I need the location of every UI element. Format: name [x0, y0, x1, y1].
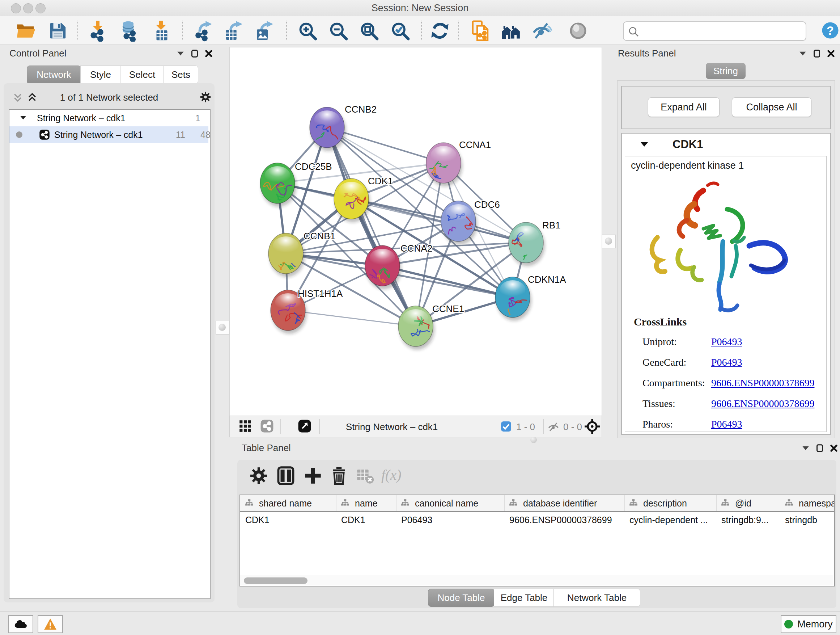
- crosslink-label: GeneCard:: [643, 356, 686, 368]
- zoom-fit-button[interactable]: [358, 20, 380, 42]
- warning-button[interactable]: [38, 615, 63, 633]
- network-node-HIST1H1A[interactable]: HIST1H1A: [271, 288, 343, 334]
- tab-network-table[interactable]: Network Table: [554, 589, 640, 607]
- network-node-CCNB2[interactable]: CCNB2: [306, 104, 377, 151]
- network-node-CCNE1[interactable]: CCNE1: [398, 303, 464, 350]
- network-node-CDKN1A[interactable]: CDKN1A: [495, 274, 566, 327]
- table-settings-button[interactable]: [248, 465, 269, 488]
- show-columns-button[interactable]: [275, 465, 296, 488]
- birdseye-button[interactable]: [567, 20, 589, 42]
- houses-icon: [500, 20, 522, 42]
- table-cell[interactable]: P06493: [396, 512, 504, 528]
- panel-menu-icon[interactable]: [802, 446, 810, 451]
- network-collection-row[interactable]: String Network – cdk1 1: [9, 110, 208, 126]
- help-button[interactable]: ?: [821, 21, 840, 40]
- import-database-button[interactable]: [118, 20, 140, 42]
- refresh-button[interactable]: [429, 20, 451, 42]
- create-column-button[interactable]: [302, 465, 324, 488]
- table-cell[interactable]: cyclin-dependent ...: [624, 512, 716, 528]
- open-folder-icon: [15, 20, 36, 42]
- network-node-CCNA1[interactable]: CCNA1: [426, 139, 491, 187]
- network-canvas[interactable]: CCNB2CCNA1CDC25BCDK1CDC6RB1CCNB1CCNA2CDK…: [229, 47, 602, 416]
- node-label-CDKN1A: CDKN1A: [528, 274, 566, 285]
- entry-collapse-caret-icon[interactable]: [640, 141, 649, 147]
- memory-button[interactable]: Memory: [781, 615, 836, 633]
- table-horizontal-scrollbar[interactable]: [240, 576, 833, 585]
- float-panel-icon[interactable]: [191, 49, 198, 58]
- network-collapse-row: 1 of 1 Network selected: [4, 90, 215, 106]
- expand-all-button[interactable]: Expand All: [648, 97, 720, 117]
- zoom-in-button[interactable]: [297, 20, 318, 42]
- tab-style[interactable]: Style: [80, 65, 121, 84]
- close-panel-icon[interactable]: [830, 444, 838, 452]
- table-cell[interactable]: 9606.ENSP00000378699: [504, 512, 624, 528]
- network-node-CDC25B[interactable]: CDC25B: [260, 161, 332, 207]
- right-divider-handle[interactable]: [602, 234, 616, 249]
- collapse-all-button[interactable]: Collapse All: [732, 97, 812, 117]
- crosslink-link[interactable]: 9606.ENSP00000378699: [711, 377, 814, 389]
- tree-expand-caret-icon[interactable]: [19, 115, 27, 120]
- column-header-database-identifier[interactable]: database identifier: [504, 495, 625, 511]
- external-view-icon[interactable]: [298, 419, 311, 433]
- network-node-CDK1[interactable]: CDK1: [334, 176, 393, 222]
- tab-sets[interactable]: Sets: [164, 65, 198, 84]
- column-header-description[interactable]: description: [624, 495, 717, 511]
- table-cell[interactable]: stringdb: [780, 512, 835, 528]
- toolbar-search: [623, 21, 806, 41]
- import-network-button[interactable]: [87, 20, 109, 42]
- string-import-button[interactable]: [470, 20, 491, 42]
- column-header-namespace[interactable]: namespace: [780, 495, 835, 511]
- selected-checkbox-icon[interactable]: [500, 421, 512, 432]
- window-title: Session: New Session: [0, 3, 840, 14]
- network-row-selected[interactable]: String Network – cdk1 11 48: [9, 126, 208, 143]
- tab-select[interactable]: Select: [120, 65, 164, 84]
- show-hide-style-button[interactable]: [531, 20, 553, 42]
- search-input[interactable]: [644, 24, 801, 38]
- export-network-button[interactable]: [193, 20, 214, 42]
- export-image-button[interactable]: [253, 20, 275, 42]
- crosslink-link[interactable]: P06493: [711, 356, 742, 368]
- cloud-icon: [13, 619, 28, 630]
- table-cell[interactable]: stringdb:9...: [716, 512, 780, 528]
- close-panel-icon[interactable]: [205, 50, 213, 57]
- import-table-button[interactable]: [150, 20, 172, 42]
- save-session-button[interactable]: [47, 20, 69, 42]
- houses-button[interactable]: [500, 20, 522, 42]
- node-label-CCNB1: CCNB1: [303, 231, 335, 241]
- close-panel-icon[interactable]: [827, 50, 835, 57]
- grid-view-icon[interactable]: [238, 419, 252, 433]
- table-cell[interactable]: CDK1: [240, 512, 336, 528]
- column-header-canonical-name[interactable]: canonical name: [396, 495, 505, 511]
- export-table-button[interactable]: [223, 20, 244, 42]
- crosslink-link[interactable]: P06493: [711, 336, 742, 348]
- crosslink-link[interactable]: P06493: [711, 418, 742, 430]
- panel-menu-icon[interactable]: [799, 51, 807, 56]
- fit-target-icon[interactable]: [584, 418, 601, 435]
- protein-structure-image: [639, 177, 810, 314]
- tab-edge-table[interactable]: Edge Table: [494, 589, 554, 607]
- column-header-name[interactable]: name: [336, 495, 396, 511]
- column-header-id[interactable]: @id: [716, 495, 780, 511]
- network-share-view-icon[interactable]: [260, 419, 274, 433]
- network-node-CCNA2[interactable]: CCNA2: [365, 243, 432, 290]
- tab-node-table[interactable]: Node Table: [428, 589, 494, 607]
- open-session-button[interactable]: [15, 20, 36, 42]
- tab-network[interactable]: Network: [27, 65, 81, 84]
- cloud-button[interactable]: [8, 615, 33, 633]
- zoom-selected-button[interactable]: [389, 20, 411, 42]
- float-panel-icon[interactable]: [813, 49, 821, 58]
- network-options-gear-icon[interactable]: [199, 90, 212, 103]
- left-divider-handle[interactable]: [216, 321, 229, 334]
- table-cell[interactable]: CDK1: [336, 512, 396, 528]
- delete-column-button[interactable]: [328, 465, 349, 488]
- network-node-RB1[interactable]: RB1: [508, 220, 561, 266]
- scrollbar-thumb[interactable]: [244, 578, 308, 584]
- column-header-shared-name[interactable]: shared name: [240, 495, 336, 511]
- float-panel-icon[interactable]: [816, 444, 823, 453]
- panel-menu-icon[interactable]: [177, 51, 185, 56]
- crosslink-link[interactable]: 9606.ENSP00000378699: [711, 398, 814, 409]
- cdk1-entry-header[interactable]: CDK1: [622, 134, 830, 155]
- network-edge-CCNE1-HIST1H1A[interactable]: [288, 310, 416, 326]
- zoom-out-button[interactable]: [327, 20, 349, 42]
- tab-string[interactable]: String: [706, 63, 745, 79]
